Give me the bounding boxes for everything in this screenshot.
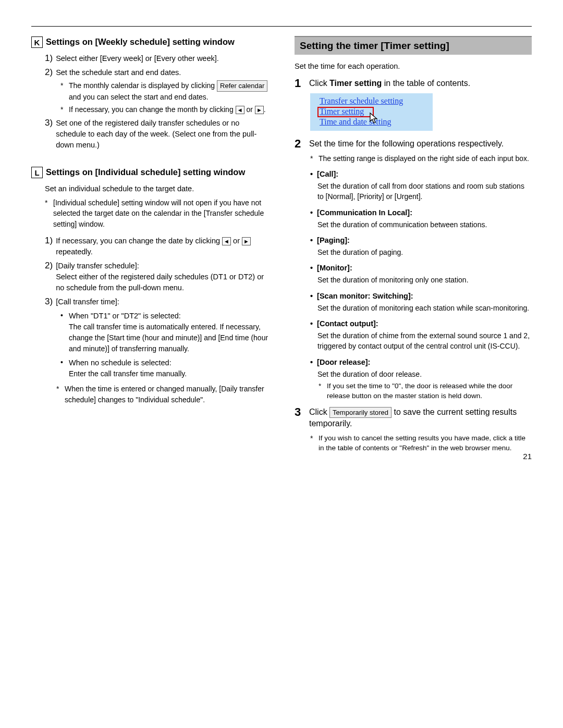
step-number: 3) (45, 297, 53, 307)
note-text: If necessary, you can change the month b… (69, 105, 236, 114)
step-number: 3 (295, 406, 304, 418)
item-head: [Scan monitor: Switching]: (317, 291, 532, 302)
asterisk-icon: * (310, 433, 315, 453)
r-step-3: 3 Click Temporarily stored to save the c… (295, 406, 532, 430)
step-text: If necessary, you can change the date by… (56, 237, 222, 245)
step-number: 3) (45, 118, 53, 128)
manual-page: K Settings on [Weekly schedule] setting … (0, 0, 563, 476)
item-head: [Contact output]: (317, 318, 532, 329)
note-end: . (264, 105, 266, 114)
item-call: [Call]: Set the duration of call from do… (310, 169, 532, 202)
step-bold: Timer setting (329, 79, 382, 88)
prev-arrow-button[interactable]: ◄ (236, 106, 244, 114)
note-text: [Individual schedule] setting window wil… (53, 198, 268, 229)
cursor-icon (369, 112, 380, 126)
item-desc: Set the duration of monitoring each stat… (317, 303, 532, 313)
left-column: K Settings on [Weekly schedule] setting … (31, 36, 268, 455)
bullet-text: Enter the call transfer time manually. (69, 369, 187, 378)
r3-note: * If you wish to cancel the setting resu… (310, 433, 532, 453)
item-head: [Monitor]: (317, 263, 532, 274)
asterisk-icon: * (310, 153, 315, 164)
item-paging: [Paging]: Set the duration of paging. (310, 235, 532, 257)
r2-note: * The setting range is displayed on the … (310, 153, 532, 164)
asterisk-icon: * (60, 80, 66, 102)
section-l-title: Settings on [Individual schedule] settin… (46, 166, 245, 178)
section-l-header: L Settings on [Individual schedule] sett… (31, 166, 268, 178)
item-comm: [Communication In Local]: Set the durati… (310, 207, 532, 230)
r-step-1: 1 Click Timer setting in the table of co… (295, 78, 532, 89)
step-text: Set one of the registered daily transfer… (56, 118, 268, 151)
next-arrow-button[interactable]: ► (242, 237, 251, 245)
k2-note-2: * If necessary, you can change the month… (60, 104, 268, 115)
note-text: The setting range is displayed on the ri… (319, 153, 532, 164)
l3-bullet-2: • When no schedule is selected: Enter th… (60, 357, 268, 379)
l-step-2: 2) [Daily transfer schedule]: Select eit… (45, 261, 268, 293)
step-pre: Click (309, 408, 329, 416)
top-rule (31, 26, 532, 27)
step-number: 1) (45, 53, 53, 64)
item-scan: [Scan monitor: Switching]: Set the durat… (310, 291, 532, 313)
toc-link-transfer[interactable]: Transfer schedule setting (320, 96, 429, 106)
step-text-cont: repeatedly. (56, 248, 93, 256)
bullet-head: When no schedule is selected: (69, 359, 172, 367)
timer-intro: Set the time for each operation. (295, 62, 532, 70)
l-step-3: 3) [Call transfer time]: (45, 297, 268, 307)
item-head: [Door release]: (317, 357, 532, 368)
note-text: If you wish to cancel the setting result… (319, 433, 532, 453)
l3-bullet-1: • When "DT1" or "DT2" is selected: The c… (60, 311, 268, 354)
step-number: 1 (295, 78, 304, 89)
note-text: The monthly calendar is displayed by cli… (69, 81, 215, 90)
timer-setting-header: Setting the timer [Timer setting] (295, 36, 532, 55)
item-door: [Door release]: Set the duration of door… (310, 357, 532, 401)
subnote-text: If you set the time to "0", the door is … (327, 381, 532, 401)
item-subnote: * If you set the time to "0", the door i… (319, 381, 532, 401)
item-head: [Call]: (317, 169, 532, 180)
section-k-title: Settings on [Weekly schedule] setting wi… (46, 36, 235, 47)
note-or: or (244, 105, 255, 114)
k-step-2: 2) Set the schedule start and end dates. (45, 67, 268, 78)
l-step-1: 1) If necessary, you can change the date… (45, 236, 268, 257)
section-letter-l: L (31, 167, 43, 178)
l-note-0: * [Individual schedule] setting window w… (45, 198, 268, 229)
bullet-head: When "DT1" or "DT2" is selected: (69, 312, 181, 320)
item-contact: [Contact output]: Set the duration of ch… (310, 318, 532, 352)
step-number: 2) (45, 67, 53, 78)
item-head: [Paging]: (317, 235, 532, 246)
step-text: Set the time for the following operation… (309, 138, 532, 150)
toc-screenshot: Transfer schedule setting Timer setting … (310, 93, 433, 131)
l3-note: * When the time is entered or changed ma… (56, 384, 268, 405)
asterisk-icon: * (319, 381, 324, 401)
right-column: Setting the timer [Timer setting] Set th… (295, 36, 532, 455)
step-number: 1) (45, 236, 53, 246)
next-arrow-button[interactable]: ► (255, 106, 264, 114)
bullet-icon: • (60, 357, 65, 379)
step-pre: Click (309, 79, 329, 88)
r-step-2: 2 Set the time for the following operati… (295, 138, 532, 150)
step-number: 2) (45, 261, 53, 271)
prev-arrow-button[interactable]: ◄ (222, 237, 231, 245)
page-number: 21 (523, 452, 532, 461)
asterisk-icon: * (45, 198, 50, 229)
step-post: in the table of contents. (382, 79, 470, 88)
bullet-icon: • (60, 311, 65, 354)
asterisk-icon: * (60, 104, 66, 115)
step-head: [Daily transfer schedule]: (56, 262, 139, 270)
item-monitor: [Monitor]: Set the duration of monitorin… (310, 263, 532, 285)
step-text: Select either of the registered daily sc… (56, 273, 264, 292)
temporarily-stored-button[interactable]: Temporarily stored (329, 407, 391, 418)
k2-note-1: * The monthly calendar is displayed by c… (60, 80, 268, 102)
note-text: When the time is entered or changed manu… (65, 384, 268, 405)
item-desc: Set the duration of door release. (317, 369, 532, 379)
item-desc: Set the duration of monitoring only one … (317, 275, 532, 285)
l-intro: Set an individual schedule to the target… (45, 183, 268, 194)
k-step-1: 1) Select either [Every week] or [Every … (45, 53, 268, 64)
item-head: [Communication In Local]: (317, 207, 532, 218)
step-head: [Call transfer time]: (56, 297, 268, 307)
item-desc: Set the duration of paging. (317, 247, 532, 257)
note-text-cont: and you can select the start and end dat… (69, 93, 209, 101)
two-columns: K Settings on [Weekly schedule] setting … (31, 36, 532, 455)
refer-calendar-button[interactable]: Refer calendar (217, 80, 267, 92)
item-desc: Set the duration of communication betwee… (317, 219, 532, 230)
item-desc: Set the duration of call from door stati… (317, 181, 532, 202)
bullet-text: The call transfer time is automatically … (69, 323, 268, 353)
